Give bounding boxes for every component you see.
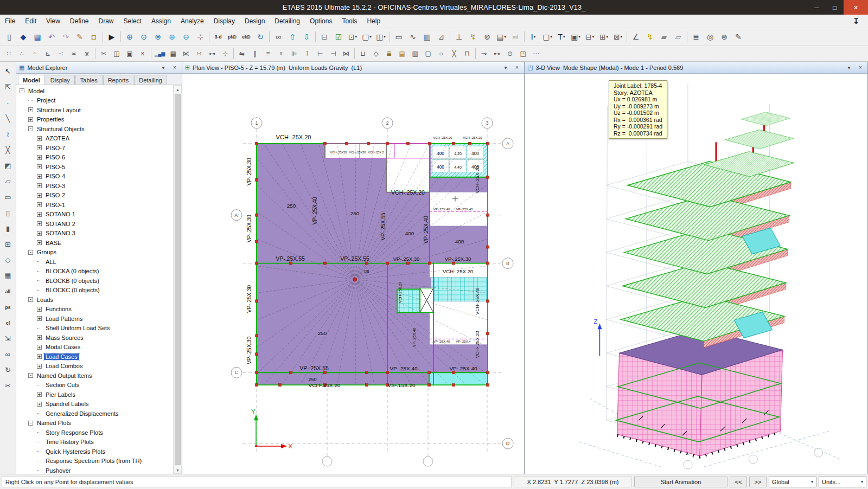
menu-view[interactable]: View xyxy=(41,15,65,28)
release-icon[interactable]: ⊸ xyxy=(478,48,490,60)
tree-item-piso-5[interactable]: +PISO-5 xyxy=(16,162,173,172)
previous-mode-button[interactable]: << xyxy=(730,477,747,487)
draw-rect-area-icon[interactable]: ⊞ xyxy=(1,237,15,252)
collapse-icon[interactable]: - xyxy=(28,373,33,378)
box-section-icon[interactable]: ▢ xyxy=(422,48,434,60)
rotate-3d-icon[interactable]: ↻ xyxy=(254,30,267,43)
tree-item-piso-6[interactable]: +PISO-6 xyxy=(16,153,173,163)
offset-icon[interactable]: ⊫ xyxy=(288,48,300,60)
tree-item-spandrel-labels[interactable]: +Spandrel Labels xyxy=(16,400,173,409)
building-icon[interactable]: ▥ xyxy=(409,48,421,60)
quick-draw-floor-icon[interactable]: ▭ xyxy=(1,190,15,204)
expand-icon[interactable]: + xyxy=(37,335,42,340)
scroll-up-icon[interactable]: ▲ xyxy=(174,85,182,93)
expand-icon[interactable]: + xyxy=(37,174,42,179)
expand-icon[interactable]: + xyxy=(37,316,42,321)
collapse-icon[interactable]: - xyxy=(20,88,24,93)
expand-icon[interactable]: + xyxy=(37,392,42,397)
new-model-icon[interactable]: ▯ xyxy=(3,30,16,43)
tree-item-generalized-displacements[interactable]: Generalized Displacements xyxy=(16,409,173,419)
start-animation-button[interactable]: Start Animation xyxy=(634,477,727,487)
tree-item-named-output-items[interactable]: -Named Output Items xyxy=(16,371,173,381)
named-display-icon[interactable]: ⊿ xyxy=(435,30,448,43)
expand-icon[interactable]: + xyxy=(37,212,42,217)
edit-pencil-icon[interactable]: ✎ xyxy=(732,30,745,43)
tab-detailing[interactable]: Detailing xyxy=(134,75,167,85)
tree-item-piso-4[interactable]: +PISO-4 xyxy=(16,172,173,182)
pipe-section-icon[interactable]: ○ xyxy=(435,48,447,60)
tree-item-story-response-plots[interactable]: Story Response Plots xyxy=(16,428,173,437)
fixity-icon[interactable]: ⊷ xyxy=(491,48,503,60)
download-icon[interactable]: ↧ xyxy=(844,17,868,25)
snap-edge-icon[interactable]: ≍ xyxy=(68,48,80,60)
tree-item-sotano-2[interactable]: +SOTANO 2 xyxy=(16,219,173,229)
select-pointer-icon[interactable]: ↖ xyxy=(1,64,15,79)
move-up-story-icon[interactable]: ⇧ xyxy=(286,30,299,43)
tree-item-load-cases[interactable]: +Load Cases xyxy=(16,352,173,362)
align-icon[interactable]: ≡ xyxy=(262,48,274,60)
draw-grid-icon[interactable]: ▦ xyxy=(1,268,15,283)
tree-item-properties[interactable]: +Properties xyxy=(16,115,173,125)
tree-item-time-history-plots[interactable]: Time History Plots xyxy=(16,437,173,447)
tree-item-structure-layout[interactable]: +Structure Layout xyxy=(16,105,173,115)
draw-brace-icon[interactable]: ╳ xyxy=(1,143,15,157)
tree-item-sotano-1[interactable]: +SOTANO 1 xyxy=(16,210,173,220)
tree-item-piso-7[interactable]: +PISO-7 xyxy=(16,143,173,153)
tree-item-pushover[interactable]: Pushover xyxy=(16,466,173,474)
divide-icon[interactable]: ∺ xyxy=(193,48,205,60)
tables-icon[interactable]: ▦ xyxy=(167,48,179,60)
undo-icon[interactable]: ↶ xyxy=(45,30,58,43)
tree-item-named-plots[interactable]: -Named Plots xyxy=(16,419,173,428)
tree-item-azotea[interactable]: +AZOTEA xyxy=(16,134,173,144)
tree-item-quick-hysteresis-plots[interactable]: Quick Hysteresis Plots xyxy=(16,447,173,456)
quick-draw-wall-icon[interactable]: ▮ xyxy=(1,221,15,236)
object-display-dropdown[interactable]: ⊡▾ xyxy=(346,30,359,43)
expand-icon[interactable]: + xyxy=(37,155,42,160)
more-tools-icon[interactable]: ⋯ xyxy=(530,48,542,60)
tree-item-model[interactable]: -Model xyxy=(16,86,173,96)
snap-midpoint-icon[interactable]: ∸ xyxy=(29,48,41,60)
copy-icon[interactable]: ◫ xyxy=(111,48,123,60)
snap-joint-icon[interactable]: ∴ xyxy=(16,48,28,60)
tree-item-section-cuts[interactable]: Section Cuts xyxy=(16,381,173,390)
mesh-icon[interactable]: ⊛ xyxy=(718,30,731,43)
quick-draw-brace-icon[interactable]: ◩ xyxy=(1,158,15,173)
expand-icon[interactable]: + xyxy=(37,402,42,407)
panel-close-icon[interactable]: × xyxy=(513,65,521,70)
expand-icon[interactable]: + xyxy=(28,117,33,122)
expand-icon[interactable]: + xyxy=(37,221,42,226)
show-all-icon[interactable]: all xyxy=(1,284,15,299)
scissors-icon[interactable]: ✂ xyxy=(98,48,110,60)
save-model-icon[interactable]: ▦ xyxy=(31,30,44,43)
brace-tool-icon[interactable]: ╳ xyxy=(448,48,460,60)
scroll-down-icon[interactable]: ▼ xyxy=(174,466,182,474)
snip-icon[interactable]: ✂ xyxy=(1,378,15,393)
expand-icon[interactable]: + xyxy=(37,145,42,150)
collapse-icon[interactable]: - xyxy=(28,421,33,426)
extend-icon[interactable]: ⊢ xyxy=(314,48,326,60)
display-options-icon[interactable]: ☑ xyxy=(332,30,345,43)
move-objects-icon[interactable]: ⊹ xyxy=(219,48,231,60)
menu-assign[interactable]: Assign xyxy=(146,15,176,28)
panel-menu-chevron-icon[interactable]: ▾ xyxy=(159,65,168,70)
view-type-dropdown[interactable]: ▢▾ xyxy=(360,30,373,43)
zoom-out-icon[interactable]: ⊖ xyxy=(180,30,193,43)
find-icon[interactable]: ∞ xyxy=(272,30,285,43)
portal-icon[interactable]: ⊓ xyxy=(461,48,473,60)
join-icon[interactable]: ⋈ xyxy=(340,48,352,60)
restore-full-view-icon[interactable]: ⊙ xyxy=(137,30,150,43)
diaphragm-icon[interactable]: ◎ xyxy=(704,30,717,43)
maximize-button[interactable]: □ xyxy=(826,0,844,15)
expand-icon[interactable]: + xyxy=(28,107,33,112)
eraser-icon[interactable]: ▰ xyxy=(658,30,671,43)
joint-assign-icon[interactable]: ⊚ xyxy=(481,30,494,43)
snap-intersection-icon[interactable]: ⋇ xyxy=(81,48,93,60)
deformed-shape-icon[interactable]: ∿ xyxy=(406,30,419,43)
elevation-view-icon[interactable]: el@ xyxy=(240,30,253,43)
plan-view-canvas[interactable]: 123ABDA'C VCH-.25X.20VCH-.25X.20VCH-.25X… xyxy=(182,74,524,474)
tree-item-base[interactable]: +BASE xyxy=(16,238,173,248)
tree-item-piso-1[interactable]: +PISO-1 xyxy=(16,200,173,210)
undeformed-shape-icon[interactable]: ▭ xyxy=(392,30,405,43)
draw-poly-area-icon[interactable]: ◇ xyxy=(1,253,15,267)
snap-grid-icon[interactable]: ∷ xyxy=(3,48,15,60)
